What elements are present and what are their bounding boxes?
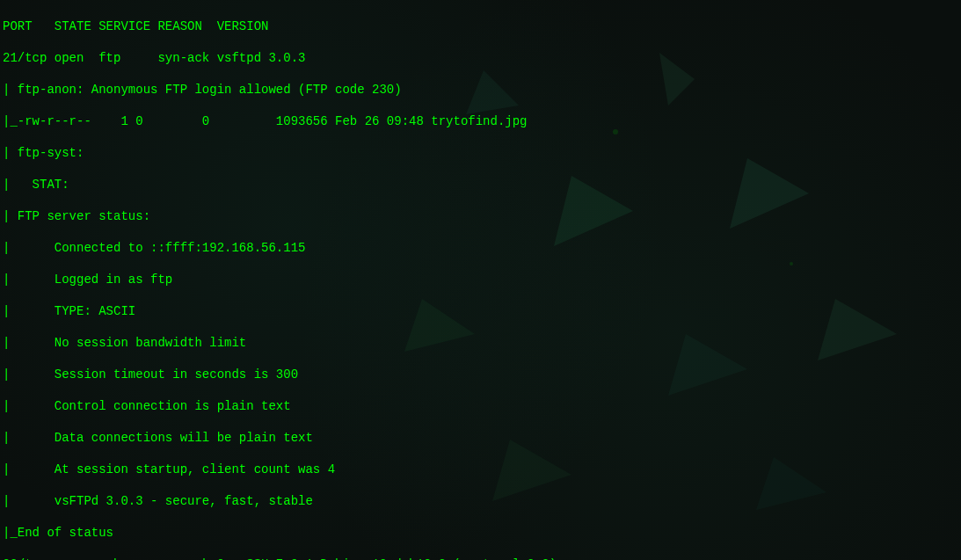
ftp-status-control: | Control connection is plain text: [3, 398, 961, 414]
ftp-syst: | ftp-syst:: [3, 145, 961, 161]
ftp-status-version: | vsFTPd 3.0.3 - secure, fast, stable: [3, 493, 961, 509]
ftp-file-listing: |_-rw-r--r-- 1 0 0 1093656 Feb 26 09:48 …: [3, 113, 961, 129]
ftp-status-bandwidth: | No session bandwidth limit: [3, 335, 961, 351]
ftp-anon: | ftp-anon: Anonymous FTP login allowed …: [3, 82, 961, 98]
ftp-status-logged: | Logged in as ftp: [3, 272, 961, 287]
terminal-output: PORT STATE SERVICE REASON VERSION 21/tcp…: [3, 3, 961, 560]
port-22-header: 22/tcp open ssh syn-ack OpenSSH 7.9p1 De…: [3, 556, 961, 560]
port-21-header: 21/tcp open ftp syn-ack vsftpd 3.0.3: [3, 50, 961, 66]
ftp-status-clients: | At session startup, client count was 4: [3, 462, 961, 477]
ftp-status-timeout: | Session timeout in seconds is 300: [3, 367, 961, 382]
ftp-status-type: | TYPE: ASCII: [3, 303, 961, 319]
ftp-status-header: | FTP server status:: [3, 208, 961, 224]
ftp-status-end: |_End of status: [3, 525, 961, 541]
ftp-status-data: | Data connections will be plain text: [3, 430, 961, 446]
column-header: PORT STATE SERVICE REASON VERSION: [3, 18, 961, 34]
ftp-status-connected: | Connected to ::ffff:192.168.56.115: [3, 240, 961, 256]
ftp-stat: | STAT:: [3, 177, 961, 193]
